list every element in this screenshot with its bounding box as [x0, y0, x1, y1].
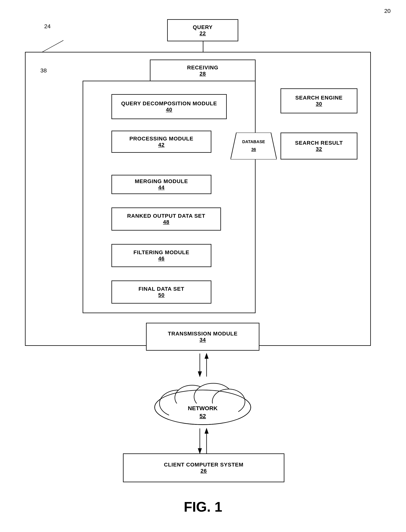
network-cloud: NETWORK 52 [144, 377, 261, 428]
figure-label: FIG. 1 [184, 499, 222, 515]
ref-38: 38 [40, 67, 47, 74]
merging-label: MERGING MODULE [135, 178, 188, 184]
ranked-output-label: RANKED OUTPUT DATA SET [127, 213, 205, 219]
processing-num: 42 [158, 142, 165, 148]
query-num: 22 [199, 30, 206, 36]
search-result-num: 32 [316, 146, 322, 152]
qdm-label: QUERY DECOMPOSITION MODULE [121, 101, 217, 107]
filtering-box: FILTERING MODULE 46 [111, 244, 211, 267]
transmission-box: TRANSMISSION MODULE 34 [146, 323, 259, 351]
final-data-box: FINAL DATA SET 50 [111, 280, 211, 303]
diagram: 20 24 QUERY 22 38 RECEIVING 28 QUERY DEC… [0, 0, 406, 532]
merging-box: MERGING MODULE 44 [111, 175, 211, 194]
query-label: QUERY [193, 24, 213, 30]
receiving-label: RECEIVING [187, 65, 218, 71]
processing-label: PROCESSING MODULE [130, 136, 194, 142]
receiving-num: 28 [199, 71, 206, 77]
filtering-num: 46 [158, 256, 165, 262]
svg-text:NETWORK: NETWORK [188, 405, 218, 411]
qdm-box: QUERY DECOMPOSITION MODULE 40 [111, 94, 227, 119]
ranked-output-box: RANKED OUTPUT DATA SET 48 [111, 208, 221, 230]
receiving-box: RECEIVING 28 [150, 60, 255, 82]
search-engine-num: 30 [316, 101, 322, 107]
filtering-label: FILTERING MODULE [134, 249, 189, 256]
svg-text:DATABASE: DATABASE [242, 139, 265, 144]
svg-text:36: 36 [251, 147, 256, 152]
query-box: QUERY 22 [167, 19, 238, 41]
client-label: CLIENT COMPUTER SYSTEM [164, 462, 243, 468]
client-num: 26 [200, 468, 207, 474]
database-shape: DATABASE 36 [231, 133, 277, 159]
ref-20: 20 [384, 8, 391, 14]
transmission-label: TRANSMISSION MODULE [168, 331, 238, 337]
client-box: CLIENT COMPUTER SYSTEM 26 [123, 453, 284, 482]
svg-text:52: 52 [199, 413, 206, 419]
qdm-num: 40 [166, 107, 172, 113]
ref-24: 24 [44, 23, 51, 29]
ranked-output-num: 48 [163, 219, 169, 225]
search-engine-label: SEARCH ENGINE [295, 95, 343, 101]
search-engine-box: SEARCH ENGINE 30 [281, 88, 357, 113]
final-data-num: 50 [158, 292, 165, 298]
merging-num: 44 [158, 184, 165, 191]
search-result-box: SEARCH RESULT 32 [281, 133, 357, 159]
search-result-label: SEARCH RESULT [295, 140, 343, 146]
processing-box: PROCESSING MODULE 42 [111, 131, 211, 153]
transmission-num: 34 [199, 337, 206, 343]
final-data-label: FINAL DATA SET [138, 286, 184, 292]
